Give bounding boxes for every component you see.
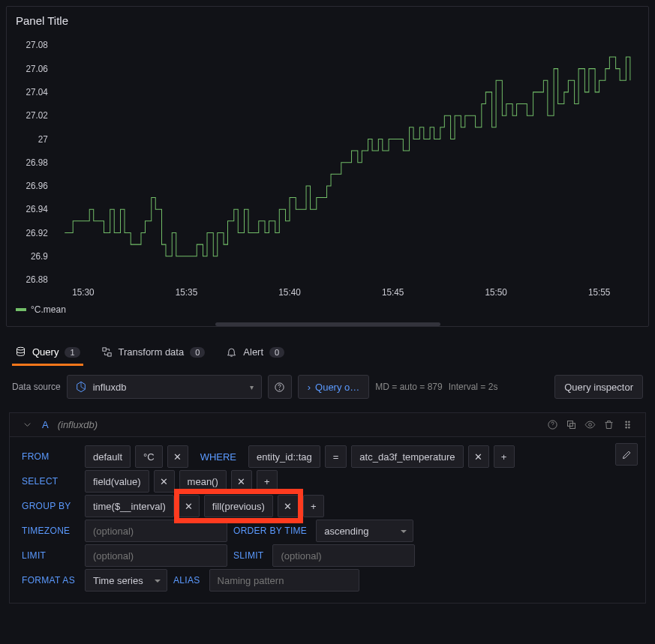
panel: Panel Title 26.8826.926.9226.9426.9626.9… bbox=[6, 6, 649, 327]
format-select[interactable]: Time series bbox=[85, 569, 167, 592]
svg-text:15:40: 15:40 bbox=[278, 286, 301, 297]
toggle-text-mode-button[interactable] bbox=[615, 443, 638, 466]
chart-area[interactable]: 26.8826.926.9226.9426.9626.982727.0227.0… bbox=[7, 34, 648, 304]
from-measurement[interactable]: °C bbox=[135, 445, 163, 468]
where-add-button[interactable]: + bbox=[494, 445, 515, 468]
from-remove-button[interactable]: ✕ bbox=[167, 445, 188, 468]
query-options-label: Query o… bbox=[315, 382, 359, 393]
svg-point-25 bbox=[589, 424, 592, 427]
trash-icon[interactable] bbox=[603, 419, 614, 430]
svg-point-21 bbox=[279, 389, 280, 390]
tab-alert[interactable]: Alert 0 bbox=[223, 340, 287, 366]
groupby-fill-remove-button[interactable]: ✕ bbox=[278, 495, 299, 517]
datasource-help-button[interactable] bbox=[268, 375, 292, 399]
chevron-down-icon[interactable] bbox=[22, 419, 33, 430]
tab-query-count: 1 bbox=[65, 347, 80, 358]
svg-text:26.96: 26.96 bbox=[26, 181, 48, 191]
where-tag-key[interactable]: entity_id::tag bbox=[248, 445, 320, 468]
editor-tabs: Query 1 Transform data 0 Alert 0 bbox=[0, 340, 655, 366]
datasource-name: influxdb bbox=[93, 382, 127, 393]
groupby-fill[interactable]: fill(previous) bbox=[204, 495, 273, 517]
limit-keyword: LIMIT bbox=[17, 545, 80, 566]
tab-alert-count: 0 bbox=[269, 347, 284, 358]
svg-text:27.08: 27.08 bbox=[26, 40, 48, 50]
svg-text:26.94: 26.94 bbox=[26, 204, 48, 214]
legend-label: °C.mean bbox=[31, 304, 66, 315]
svg-text:15:55: 15:55 bbox=[588, 286, 611, 297]
where-operator[interactable]: = bbox=[325, 445, 347, 468]
svg-text:15:30: 15:30 bbox=[72, 286, 95, 297]
svg-point-28 bbox=[626, 424, 627, 426]
svg-rect-19 bbox=[107, 353, 110, 356]
groupby-keyword: GROUP BY bbox=[17, 496, 80, 517]
where-keyword: WHERE bbox=[193, 445, 244, 468]
alias-keyword: ALIAS bbox=[172, 570, 205, 591]
query-datasource-hint: (influxdb) bbox=[58, 419, 98, 430]
svg-text:27.06: 27.06 bbox=[26, 63, 48, 73]
orderby-select[interactable]: ascending bbox=[316, 520, 413, 542]
svg-text:15:50: 15:50 bbox=[485, 286, 507, 297]
influxdb-icon bbox=[75, 381, 87, 393]
query-ref-id: A bbox=[42, 419, 49, 430]
groupby-time[interactable]: time($__interval) bbox=[85, 495, 174, 517]
query-row-header[interactable]: A (influxdb) bbox=[9, 412, 646, 437]
database-icon bbox=[15, 346, 26, 358]
tab-alert-label: Alert bbox=[243, 346, 263, 358]
chevron-right-icon: › bbox=[308, 382, 311, 393]
query-toolbar: Data source influxdb ▾ › Query o… MD = a… bbox=[0, 366, 655, 408]
select-add-button[interactable]: + bbox=[257, 470, 278, 493]
timezone-input[interactable] bbox=[85, 520, 227, 542]
query-row-actions bbox=[547, 419, 633, 430]
select-aggregation[interactable]: mean() bbox=[179, 470, 227, 493]
select-keyword: SELECT bbox=[17, 471, 80, 492]
panel-title: Panel Title bbox=[7, 7, 648, 34]
drag-handle-icon[interactable] bbox=[622, 419, 633, 430]
pencil-icon bbox=[621, 449, 632, 460]
svg-point-31 bbox=[628, 427, 629, 428]
where-remove-button[interactable]: ✕ bbox=[468, 445, 489, 468]
where-tag-value[interactable]: atc_da3f_temperature bbox=[351, 445, 463, 468]
svg-rect-18 bbox=[102, 348, 105, 351]
svg-text:26.9: 26.9 bbox=[31, 251, 48, 262]
copy-icon[interactable] bbox=[566, 419, 577, 430]
svg-point-27 bbox=[628, 421, 629, 423]
query-inspector-button[interactable]: Query inspector bbox=[554, 375, 643, 399]
timezone-keyword: TIMEZONE bbox=[17, 520, 80, 541]
from-retention-policy[interactable]: default bbox=[85, 445, 131, 468]
tab-query[interactable]: Query 1 bbox=[12, 340, 83, 366]
chart-legend: °C.mean bbox=[7, 304, 648, 319]
svg-text:15:45: 15:45 bbox=[382, 286, 404, 297]
interval-info: Interval = 2s bbox=[449, 382, 498, 392]
tab-transform-count: 0 bbox=[190, 347, 205, 358]
svg-point-30 bbox=[626, 427, 627, 428]
groupby-add-button[interactable]: + bbox=[303, 495, 324, 517]
svg-point-17 bbox=[17, 347, 25, 350]
datasource-label: Data source bbox=[12, 382, 61, 392]
select-field[interactable]: field(value) bbox=[85, 470, 149, 493]
transform-icon bbox=[101, 346, 113, 358]
tab-transform-label: Transform data bbox=[119, 346, 185, 358]
tab-query-label: Query bbox=[32, 346, 59, 358]
svg-point-26 bbox=[626, 421, 627, 423]
datasource-select[interactable]: influxdb ▾ bbox=[67, 375, 262, 399]
select-agg-remove-button[interactable]: ✕ bbox=[231, 470, 252, 493]
select-field-remove-button[interactable]: ✕ bbox=[154, 470, 175, 493]
tab-transform[interactable]: Transform data 0 bbox=[98, 340, 209, 366]
help-icon[interactable] bbox=[547, 419, 558, 430]
query-inspector-label: Query inspector bbox=[564, 382, 633, 393]
svg-text:26.98: 26.98 bbox=[26, 157, 48, 168]
chevron-down-icon: ▾ bbox=[250, 383, 254, 391]
slimit-input[interactable] bbox=[272, 544, 415, 567]
slimit-keyword: SLIMIT bbox=[232, 545, 268, 566]
eye-icon[interactable] bbox=[584, 419, 596, 430]
groupby-time-remove-button[interactable]: ✕ bbox=[179, 495, 200, 517]
svg-text:27.02: 27.02 bbox=[26, 110, 48, 121]
svg-text:26.92: 26.92 bbox=[26, 227, 48, 238]
chart-scrollbar[interactable] bbox=[215, 322, 440, 326]
query-options-button[interactable]: › Query o… bbox=[298, 375, 370, 399]
query-builder: FROM default °C ✕ WHERE entity_id::tag =… bbox=[9, 437, 646, 604]
limit-input[interactable] bbox=[85, 544, 227, 567]
svg-text:27: 27 bbox=[38, 133, 48, 144]
alias-input[interactable] bbox=[209, 569, 359, 592]
orderby-keyword: ORDER BY TIME bbox=[232, 520, 311, 541]
